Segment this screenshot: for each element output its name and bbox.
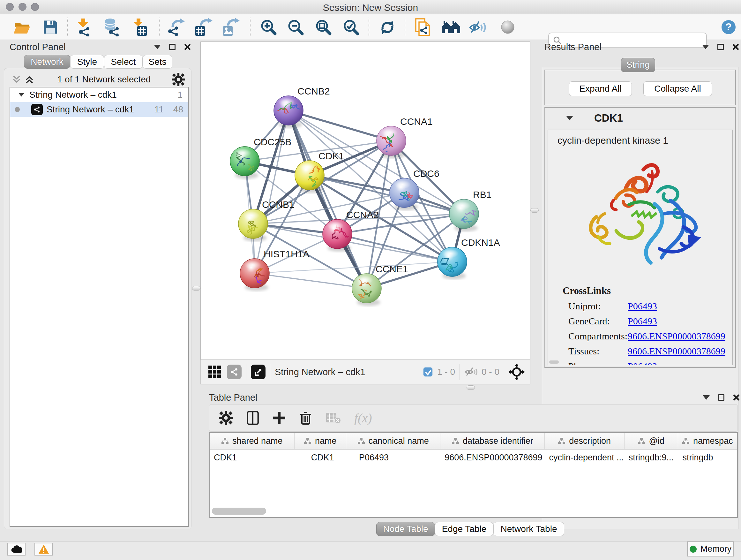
toolbar-divider [246,364,246,380]
results-entry-header[interactable]: CDK1 [545,108,735,128]
protein-structure-image [576,153,704,277]
memory-label: Memory [700,544,732,554]
collapse-all-icon[interactable] [12,75,23,84]
import-table-from-file-button[interactable] [130,17,149,37]
zoom-out-button[interactable] [286,17,306,37]
network-options-gear-icon[interactable] [172,73,185,86]
bottom-splitter-handle[interactable] [467,385,475,390]
memory-button[interactable]: Memory [687,542,734,557]
scrollbar-thumb[interactable] [549,361,559,364]
crosslink-label: Tissues: [568,346,628,357]
column-header--id[interactable]: @id [624,433,678,449]
select-columns-icon[interactable] [246,411,259,425]
table-row[interactable]: CDK1CDK1P064939606.ENSP00000378699cyclin… [210,449,737,465]
help-button[interactable]: ? [719,17,738,37]
left-splitter-handle[interactable] [192,286,200,291]
collapse-all-button[interactable]: Collapse All [643,81,712,96]
panel-float-icon[interactable] [718,44,724,50]
expand-all-button[interactable]: Expand All [569,81,632,96]
network-edge[interactable] [288,111,391,141]
column-header-namespac[interactable]: namespac [678,433,737,449]
export-network-button[interactable] [166,17,186,37]
selected-checkbox-icon[interactable] [423,367,433,377]
table-cell: 9606.ENSP00000378699 [441,449,545,465]
panel-menu-icon[interactable] [702,45,709,49]
cloud-button[interactable] [7,543,25,556]
crosslink-link[interactable]: 9606.ENSP00000378699 [628,346,725,357]
panel-close-icon[interactable] [732,44,739,51]
warnings-button[interactable] [35,543,53,556]
tab-string[interactable]: String [621,58,655,72]
entry-collapse-icon[interactable] [566,116,573,120]
main-toolbar: ? [0,14,741,40]
network-canvas[interactable]: CCNB2CCNA1CDC25BCDK1CDC6RB1CCNB1CCNA2CDK… [200,42,530,360]
network-collection-row[interactable]: String Network – cdk1 1 [10,87,188,102]
crosslink-row: GeneCard:P06493 [568,316,732,327]
panel-float-icon[interactable] [718,394,724,401]
birdseye-grid-icon[interactable] [208,365,222,379]
right-splitter-handle[interactable] [530,208,539,212]
node-label-CDKN1A: CDKN1A [461,237,500,248]
column-header-canonical-name[interactable]: canonical name [346,433,441,449]
panel-menu-icon[interactable] [154,45,161,49]
crosslink-link[interactable]: P06493 [628,301,657,312]
tab-network[interactable]: Network [24,55,70,69]
export-image-button[interactable] [220,17,240,37]
delete-column-icon[interactable] [299,411,312,425]
show-hide-graphics-details-button[interactable] [468,17,488,37]
column-header-description[interactable]: description [545,433,624,449]
expand-all-icon[interactable] [25,75,37,84]
horizontal-scrollbar-thumb[interactable] [212,508,266,515]
tab-network-table[interactable]: Network Table [493,522,564,536]
import-network-from-file-button[interactable] [74,17,93,37]
table-cell: P06493 [346,449,441,465]
panel-close-icon[interactable] [733,394,740,401]
home-button[interactable] [441,17,461,37]
string-network-badge-icon[interactable] [227,365,242,379]
zoom-fit-button[interactable] [313,17,333,37]
open-session-button[interactable] [12,17,31,37]
panel-float-icon[interactable] [169,44,176,50]
network-row-selected[interactable]: String Network – cdk1 11 48 [10,102,188,117]
node-label-CCNA1: CCNA1 [400,116,433,127]
tab-node-table[interactable]: Node Table [376,522,435,536]
tree-expand-icon[interactable] [18,93,24,97]
network-edge[interactable] [255,273,367,288]
sphere-icon[interactable] [498,17,518,37]
hidden-eye-icon[interactable] [464,367,478,377]
zoom-out-icon [286,18,305,36]
save-session-button[interactable] [41,17,60,37]
table-header-row: shared namenamecanonical namedatabase id… [210,433,737,449]
network-label: String Network – cdk1 [47,105,134,115]
import-network-from-database-button[interactable] [101,17,121,37]
network-edge[interactable] [288,111,367,288]
panel-menu-icon[interactable] [703,395,710,400]
crosslink-link[interactable]: 9606.ENSP00000378699 [628,331,725,341]
tab-select[interactable]: Select [104,55,143,69]
copy-network-button[interactable] [413,17,433,37]
crosslink-label: Uniprot: [568,301,628,312]
table-toolbar: f(x) [209,404,738,432]
open-in-window-icon[interactable] [251,365,266,379]
column-header-database-identifier[interactable]: database identifier [441,433,545,449]
add-column-icon[interactable] [273,411,286,425]
fit-selected-crosshair-icon[interactable] [509,364,525,380]
panel-close-icon[interactable] [184,44,191,51]
tab-sets[interactable]: Sets [143,55,172,69]
zoom-fit-icon [314,18,332,36]
column-header-shared-name[interactable]: shared name [210,433,294,449]
entry-description: cyclin-dependent kinase 1 [557,135,732,146]
refresh-button[interactable] [378,17,397,37]
tab-style[interactable]: Style [70,55,104,69]
column-header-name[interactable]: name [294,433,346,449]
crosslink-link[interactable]: P06493 [628,316,657,327]
crosslink-link[interactable]: P06493 [628,361,657,365]
table-options-gear-icon[interactable] [219,411,233,425]
zoom-in-button[interactable] [259,17,278,37]
toolbar-separator [67,17,68,36]
zoom-selected-button[interactable] [341,17,361,37]
export-table-button[interactable] [193,17,213,37]
tab-edge-table[interactable]: Edge Table [435,522,493,536]
string-network-graph[interactable]: CCNB2CCNA1CDC25BCDK1CDC6RB1CCNB1CCNA2CDK… [201,42,531,360]
network-view-toolbar: String Network – cdk1 1 - 0 0 - 0 [200,360,530,384]
